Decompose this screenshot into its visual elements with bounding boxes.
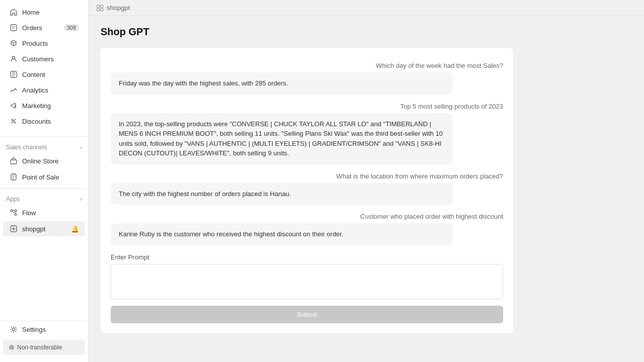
- apps-label: Apps: [6, 196, 20, 203]
- content-icon: [9, 70, 18, 79]
- submit-button[interactable]: Submit: [111, 306, 503, 323]
- analytics-icon: [9, 85, 18, 95]
- sidebar-item-pos-label: Point of Sale: [22, 173, 79, 181]
- page-title: Shop GPT: [101, 26, 632, 38]
- sidebar-item-content[interactable]: Content: [3, 67, 85, 82]
- svg-rect-5: [11, 160, 17, 164]
- user-question-1: Which day of the week had the most Sales…: [111, 62, 503, 69]
- sidebar-item-shopgpt-label: shopgpt: [22, 225, 67, 233]
- sidebar-item-home-label: Home: [22, 9, 79, 16]
- svg-point-3: [12, 119, 13, 121]
- sidebar-item-customers-label: Customers: [22, 55, 79, 63]
- shopgpt-bell-icon[interactable]: 🔔: [71, 225, 79, 233]
- svg-point-1: [13, 56, 15, 59]
- sidebar-item-products-label: Products: [22, 40, 79, 47]
- sidebar-item-orders-label: Orders: [22, 24, 60, 32]
- sidebar-item-online-store[interactable]: Online Store: [3, 153, 85, 168]
- chat-container: Which day of the week had the most Sales…: [101, 48, 513, 333]
- home-icon: [9, 8, 18, 17]
- shopgpt-icon: [9, 224, 18, 233]
- customers-icon: [9, 54, 18, 63]
- main-content: shopgpt Shop GPT Which day of the week h…: [89, 0, 644, 362]
- sales-channels-expand-icon[interactable]: ›: [80, 144, 82, 151]
- apps-expand-icon[interactable]: ›: [80, 196, 82, 203]
- sidebar-item-home[interactable]: Home: [3, 5, 85, 20]
- sidebar-divider-1: [0, 136, 88, 137]
- apps-section: Apps ›: [0, 192, 88, 205]
- sidebar-item-analytics[interactable]: Analytics: [3, 82, 85, 98]
- store-icon: [9, 156, 18, 165]
- sidebar-item-point-of-sale[interactable]: Point of Sale: [3, 169, 85, 185]
- sidebar-item-flow-label: Flow: [22, 209, 79, 217]
- topbar-grid-icon: [97, 5, 104, 12]
- sidebar-item-marketing-label: Marketing: [22, 102, 79, 110]
- svg-rect-0: [11, 25, 17, 31]
- topbar: shopgpt: [89, 0, 644, 16]
- settings-icon: [9, 325, 18, 334]
- marketing-icon: [9, 101, 18, 110]
- sales-channels-label: Sales channels: [6, 144, 47, 151]
- sidebar-item-settings[interactable]: Settings: [3, 322, 85, 337]
- sidebar-item-content-label: Content: [22, 71, 79, 78]
- assistant-answer-1: Friday was the day with the highest sale…: [111, 72, 453, 95]
- sales-channels-section: Sales channels ›: [0, 140, 88, 153]
- sidebar-item-flow[interactable]: Flow: [3, 205, 85, 220]
- sidebar-item-marketing[interactable]: Marketing: [3, 98, 85, 113]
- assistant-answer-2: In 2023, the top-selling products were "…: [111, 113, 453, 164]
- content-area: Shop GPT Which day of the week had the m…: [89, 16, 644, 362]
- prompt-label: Enter Prompt: [111, 253, 503, 261]
- settings-label: Settings: [22, 326, 79, 333]
- orders-badge: 308: [64, 24, 79, 31]
- products-icon: [9, 39, 18, 48]
- user-question-4: Customer who placed order with highest d…: [111, 213, 503, 220]
- user-question-2: Top 5 most selling products of 2023: [111, 103, 503, 110]
- non-transferable-dot: [9, 345, 14, 350]
- sidebar-item-shopgpt[interactable]: shopgpt 🔔: [3, 221, 85, 236]
- svg-rect-15: [101, 9, 103, 11]
- svg-point-4: [14, 122, 16, 123]
- sidebar-item-customers[interactable]: Customers: [3, 51, 85, 66]
- sidebar-item-analytics-label: Analytics: [22, 86, 79, 94]
- user-question-3: What is the location from where maximum …: [111, 172, 503, 180]
- non-transferable-badge: Non-transferable: [3, 340, 85, 355]
- svg-point-8: [15, 214, 17, 216]
- flow-icon: [9, 208, 18, 217]
- sidebar-bottom: Settings Non-transferable: [0, 321, 88, 362]
- pos-icon: [9, 172, 18, 182]
- orders-icon: [9, 23, 18, 32]
- topbar-app-name: shopgpt: [107, 4, 130, 12]
- svg-point-7: [11, 210, 13, 212]
- prompt-input[interactable]: [111, 264, 503, 299]
- sidebar-item-discounts-label: Discounts: [22, 118, 79, 125]
- non-transferable-label: Non-transferable: [17, 344, 62, 351]
- assistant-answer-3: The city with the highest number of orde…: [111, 183, 453, 205]
- sidebar: Home Orders 308 Products Customers Con: [0, 0, 89, 362]
- sidebar-item-products[interactable]: Products: [3, 36, 85, 51]
- assistant-answer-4: Karine Ruby is the customer who received…: [111, 223, 453, 245]
- sidebar-divider-2: [0, 188, 88, 189]
- sidebar-item-orders[interactable]: Orders 308: [3, 20, 85, 35]
- discounts-icon: [9, 117, 18, 126]
- svg-rect-14: [97, 9, 100, 11]
- svg-point-11: [13, 328, 15, 331]
- svg-rect-13: [101, 5, 103, 8]
- sidebar-item-discounts[interactable]: Discounts: [3, 114, 85, 129]
- sidebar-item-online-store-label: Online Store: [22, 157, 79, 165]
- svg-rect-12: [97, 5, 100, 8]
- svg-point-9: [15, 210, 17, 212]
